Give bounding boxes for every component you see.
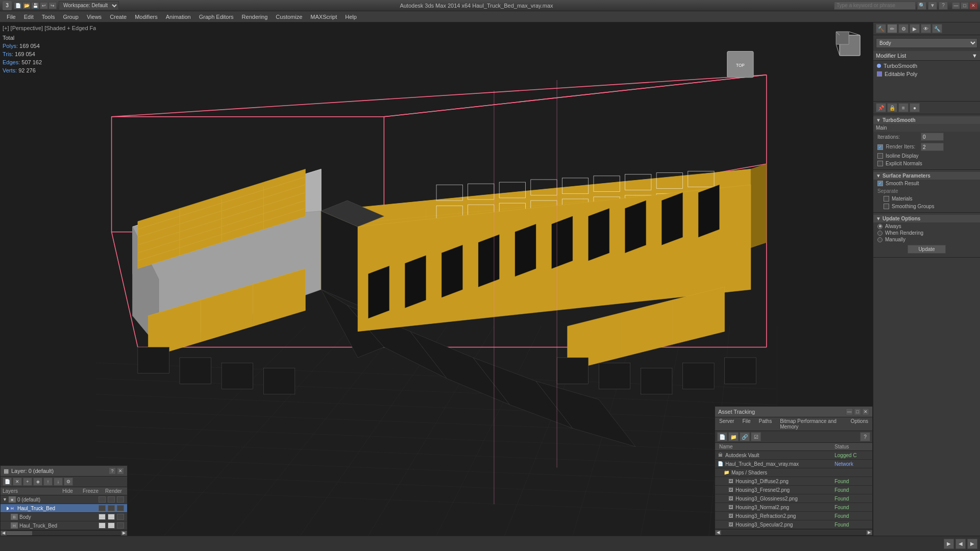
display-tab[interactable]: 👁 bbox=[921, 24, 931, 33]
layer-sel-btn[interactable]: ◈ bbox=[33, 478, 42, 486]
layer-new-btn[interactable]: 📄 bbox=[3, 478, 12, 486]
asset-table-header: Name Status bbox=[715, 443, 872, 451]
asset-scroll-left[interactable]: ◀ bbox=[715, 530, 721, 535]
folder-icon: 📁 bbox=[723, 469, 729, 475]
minimize-btn[interactable]: — bbox=[952, 2, 960, 9]
asset-row-vault[interactable]: 🏛 Autodesk Vault Logged C bbox=[715, 451, 872, 460]
menu-graph-editors[interactable]: Graph Editors bbox=[195, 13, 238, 21]
new-btn[interactable]: 📄 bbox=[14, 2, 22, 9]
menu-help[interactable]: Help bbox=[341, 13, 361, 21]
modify-tab[interactable]: ✏ bbox=[887, 24, 897, 33]
menu-edit[interactable]: Edit bbox=[20, 13, 38, 21]
asset-menu-file[interactable]: File bbox=[738, 417, 754, 431]
asset-row-glossiness[interactable]: 🖼 Housing3_Glossiness2.png Found bbox=[715, 494, 872, 503]
layer-delete-btn[interactable]: ✕ bbox=[13, 478, 22, 486]
close-btn[interactable]: ✕ bbox=[969, 2, 977, 9]
modifier-turbosmooth[interactable]: TurboSmooth bbox=[874, 62, 979, 70]
asset-row-maxfile[interactable]: 📄 Haul_Truck_Bed_max_vray.max Network bbox=[715, 460, 872, 468]
img-icon-3: 🖼 bbox=[727, 495, 733, 502]
asset-menu-bitmap[interactable]: Bitmap Performance and Memory bbox=[776, 417, 846, 431]
save-btn[interactable]: 💾 bbox=[31, 2, 39, 9]
asset-row-maps[interactable]: 📁 Maps / Shaders bbox=[715, 468, 872, 477]
asset-close-btn[interactable]: ✕ bbox=[862, 408, 869, 415]
asset-row-diffuse[interactable]: 🖼 Housing3_Diffuse2.png Found bbox=[715, 477, 872, 486]
body-select[interactable]: Body bbox=[876, 38, 977, 48]
motion-tab[interactable]: ▶ bbox=[910, 24, 920, 33]
scroll-right-btn[interactable]: ▶ bbox=[121, 531, 127, 536]
help-icon[interactable]: ? bbox=[939, 2, 948, 10]
lock-icon[interactable]: 🔒 bbox=[887, 103, 897, 112]
layer-prop-btn[interactable]: ⚙ bbox=[64, 478, 73, 486]
hierarchy-tab[interactable]: ⚙ bbox=[898, 24, 909, 33]
smooth-result-checkbox[interactable]: ✓ bbox=[877, 181, 883, 186]
layers-close-btn[interactable]: ✕ bbox=[117, 467, 124, 474]
menu-maxscript[interactable]: MAXScript bbox=[306, 13, 341, 21]
layer-row-default[interactable]: ▼ ■ 0 (default) bbox=[1, 495, 127, 504]
menu-animation[interactable]: Animation bbox=[162, 13, 195, 21]
next-frame-btn[interactable]: ▶ bbox=[967, 539, 977, 549]
materials-checkbox[interactable] bbox=[884, 196, 889, 202]
always-radio[interactable]: Always bbox=[877, 223, 976, 229]
layer-move-up-btn[interactable]: ↑ bbox=[43, 478, 53, 486]
smoothing-groups-checkbox[interactable] bbox=[884, 204, 889, 209]
layer-row-body[interactable]: B Body — — bbox=[1, 513, 127, 521]
asset-row-specular[interactable]: 🖼 Housing3_Specular2.png Found bbox=[715, 520, 872, 529]
asset-help-btn[interactable]: ? bbox=[860, 432, 870, 441]
search-icon[interactable]: 🔍 bbox=[917, 2, 926, 10]
maximize-btn[interactable]: □ bbox=[961, 2, 969, 9]
render-iters-input[interactable] bbox=[921, 143, 944, 151]
asset-max-btn[interactable]: □ bbox=[854, 408, 861, 415]
asset-min-btn[interactable]: — bbox=[846, 408, 853, 415]
menu-file[interactable]: File bbox=[3, 13, 20, 21]
update-button[interactable]: Update bbox=[908, 245, 945, 254]
layers-scrollbar[interactable]: ◀ ▶ bbox=[1, 530, 127, 535]
layer-row-haul-truck-bed[interactable]: ▶ H Haul_Truck_Bed bbox=[1, 504, 127, 513]
asset-tool-3[interactable]: 🔗 bbox=[740, 432, 750, 441]
redo-btn[interactable]: ↪ bbox=[48, 2, 57, 9]
asset-tool-4[interactable]: ☑ bbox=[751, 432, 761, 441]
svg-text:TOP: TOP bbox=[736, 63, 745, 68]
modifier-editable-poly[interactable]: Editable Poly bbox=[874, 70, 979, 78]
menu-rendering[interactable]: Rendering bbox=[238, 13, 272, 21]
layers-help-btn[interactable]: ? bbox=[109, 467, 116, 474]
search-options-icon[interactable]: ▼ bbox=[928, 2, 937, 10]
sub-obj-icon[interactable]: ● bbox=[910, 103, 920, 112]
menu-tools[interactable]: Tools bbox=[38, 13, 59, 21]
render-iters-checkbox[interactable]: ✓ bbox=[877, 144, 883, 150]
modifier-list-arrow[interactable]: ▼ bbox=[972, 53, 977, 59]
layer-move-dn-btn[interactable]: ↓ bbox=[54, 478, 63, 486]
layer-row-haul-truck-bed2[interactable]: H Haul_Truck_Bed — — bbox=[1, 521, 127, 530]
undo-btn[interactable]: ↩ bbox=[40, 2, 48, 9]
channel-icon[interactable]: ≡ bbox=[898, 103, 909, 112]
scroll-left-btn[interactable]: ◀ bbox=[1, 531, 7, 536]
asset-tool-1[interactable]: 📄 bbox=[717, 432, 727, 441]
isoline-checkbox[interactable] bbox=[877, 153, 883, 159]
asset-row-refraction[interactable]: 🖼 Housing3_Refraction2.png Found bbox=[715, 512, 872, 520]
prev-frame-btn[interactable]: ◀ bbox=[955, 539, 966, 549]
menu-views[interactable]: Views bbox=[83, 13, 106, 21]
asset-tool-2[interactable]: 📁 bbox=[728, 432, 739, 441]
asset-menu-options[interactable]: Options bbox=[847, 417, 872, 431]
asset-menu-server[interactable]: Server bbox=[715, 417, 738, 431]
menu-modifiers[interactable]: Modifiers bbox=[131, 13, 162, 21]
layer-add-btn[interactable]: + bbox=[23, 478, 32, 486]
iterations-input[interactable] bbox=[921, 133, 944, 141]
menu-create[interactable]: Create bbox=[106, 13, 131, 21]
view-cube[interactable] bbox=[832, 28, 868, 63]
workspace-select[interactable]: Workspace: Default bbox=[59, 1, 119, 10]
menu-group[interactable]: Group bbox=[59, 13, 83, 21]
manually-radio[interactable]: Manually bbox=[877, 237, 976, 242]
menu-customize[interactable]: Customize bbox=[272, 13, 306, 21]
when-rendering-radio[interactable]: When Rendering bbox=[877, 230, 976, 236]
asset-scroll-right[interactable]: ▶ bbox=[866, 530, 872, 535]
asset-row-fresnel[interactable]: 🖼 Housing3_Fresnel2.png Found bbox=[715, 486, 872, 494]
search-input[interactable] bbox=[834, 2, 916, 10]
asset-menu-paths[interactable]: Paths bbox=[755, 417, 776, 431]
create-tab[interactable]: 🔨 bbox=[876, 24, 886, 33]
open-btn[interactable]: 📂 bbox=[22, 2, 31, 9]
asset-row-normal[interactable]: 🖼 Housing3_Normal2.png Found bbox=[715, 503, 872, 512]
play-btn[interactable]: ▶ bbox=[944, 539, 954, 549]
utilities-tab[interactable]: 🔧 bbox=[932, 24, 942, 33]
pin-icon[interactable]: 📌 bbox=[876, 103, 886, 112]
explicit-normals-checkbox[interactable] bbox=[877, 161, 883, 166]
